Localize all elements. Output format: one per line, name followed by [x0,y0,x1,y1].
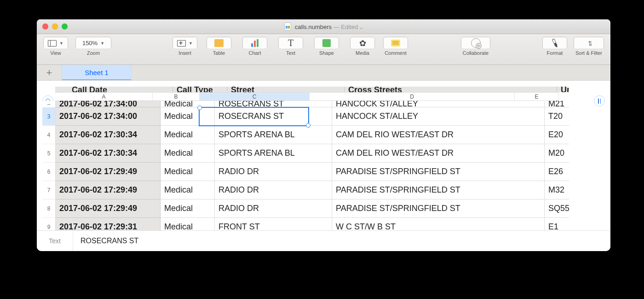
cell[interactable]: Medical [161,107,215,126]
collaborate-icon [471,38,481,48]
cell[interactable]: SQ55 [545,199,569,218]
format-button[interactable]: 🖌 [542,37,567,49]
sheet-tab-bar: + Sheet 1 [37,65,610,81]
zoom-window-button[interactable] [62,23,68,29]
spreadsheet-grid[interactable]: – 2017-06-02 17:34:00 Medical ROSECRANS … [42,101,569,231]
document-icon [284,23,291,30]
cell[interactable]: RADIO DR [215,181,332,199]
add-sheet-button[interactable]: + [37,65,62,80]
row-number[interactable]: 9 [42,218,56,231]
minimize-window-button[interactable] [52,23,58,29]
media-icon: ✿ [359,38,366,48]
comment-label: Comment [385,51,407,56]
col-header-B[interactable]: B [153,92,200,101]
col-header-E[interactable]: E [515,92,559,101]
cell[interactable]: 2017-06-02 17:29:31 [56,218,161,231]
formula-type[interactable]: Text [37,231,73,251]
cell[interactable]: 2017-06-02 17:30:34 [56,144,161,163]
cell[interactable]: 2017-06-02 17:29:49 [56,163,161,181]
cell[interactable]: 2017-06-02 17:34:00 [56,101,161,107]
collaborate-label: Collaborate [463,51,489,56]
cell[interactable]: W C ST/W B ST [332,218,545,231]
comment-button[interactable] [383,37,408,49]
format-icon: 🖌 [549,37,560,49]
shape-button[interactable] [314,37,339,49]
zoom-label: Zoom [87,51,100,56]
column-letter-header: A B C D E [55,92,569,101]
row-number[interactable]: 6 [42,163,56,181]
row-number[interactable]: 3 [42,107,56,126]
formula-bar: Text ROSECRANS ST [37,230,610,251]
cell[interactable]: PARADISE ST/SPRINGFIELD ST [332,199,545,218]
cell[interactable]: FRONT ST [215,218,332,231]
text-label: Text [286,51,295,56]
text-icon: T [288,39,293,47]
text-button[interactable]: T [278,37,303,49]
sheet-tab[interactable]: Sheet 1 [62,65,132,80]
cell[interactable]: M32 [545,181,569,199]
cell[interactable]: Medical [161,199,215,218]
media-button[interactable]: ✿ [350,37,375,49]
cell[interactable]: PARADISE ST/SPRINGFIELD ST [332,163,545,181]
cell[interactable]: RADIO DR [215,199,332,218]
zoom-dropdown[interactable]: 150% ▼ [75,37,111,49]
cell[interactable]: T20 [545,107,569,126]
collaborate-button[interactable] [461,37,490,49]
cell[interactable]: Medical [161,126,215,144]
row-number[interactable]: – [42,101,56,108]
cell[interactable]: CAM DEL RIO WEST/EAST DR [332,144,545,163]
view-button[interactable]: ▼ [43,37,68,49]
cell[interactable]: Medical [161,101,215,107]
chevron-down-icon: ▼ [100,41,104,46]
table-button[interactable] [207,37,231,49]
cell[interactable]: PARADISE ST/SPRINGFIELD ST [332,181,545,199]
format-label: Format [547,51,563,56]
cell[interactable]: E20 [545,126,569,144]
title-dropdown-icon[interactable]: ⌵ [360,24,363,30]
cell[interactable]: E26 [545,163,569,181]
insert-button[interactable]: ▼ [172,37,197,49]
col-header-D[interactable]: D [310,92,515,101]
close-window-button[interactable] [42,23,48,29]
cell[interactable]: ROSECRANS ST [215,101,332,107]
cell[interactable]: E1 [545,218,569,231]
document-filename: calls.numbers [295,23,332,30]
cell[interactable]: 2017-06-02 17:34:00 [56,107,161,126]
chart-label: Chart [249,51,261,56]
row-number[interactable]: 8 [42,199,56,218]
chart-icon [251,39,259,47]
formula-value[interactable]: ROSECRANS ST [73,237,138,245]
cell[interactable]: M21 [545,101,569,107]
view-label: View [50,51,61,56]
col-header-C[interactable]: C [200,92,310,101]
table-label: Table [213,51,225,56]
cell[interactable]: 2017-06-02 17:29:49 [56,199,161,218]
cell[interactable]: HANCOCK ST/ALLEY [332,101,545,107]
app-window: calls.numbers — Edited ⌵ ▼ View 150% ▼ Z… [37,19,610,251]
row-number[interactable]: 4 [42,126,56,144]
cell[interactable]: CAM DEL RIO WEST/EAST DR [332,126,545,144]
cell[interactable]: Medical [161,163,215,181]
cell[interactable]: SPORTS ARENA BL [215,126,332,144]
cell[interactable]: HANCOCK ST/ALLEY [332,107,545,126]
cell[interactable]: 2017-06-02 17:29:49 [56,181,161,199]
chevron-down-icon: ▼ [59,41,63,46]
sort-filter-button[interactable]: ↑↓ [574,37,604,49]
cell[interactable]: Medical [161,218,215,231]
cell[interactable]: SPORTS ARENA BL [215,144,332,163]
row-number[interactable]: 7 [42,181,56,199]
zoom-value: 150% [82,40,98,47]
cell[interactable]: Medical [161,144,215,163]
cell[interactable]: M20 [545,144,569,163]
col-header-A[interactable]: A [55,92,153,101]
cell[interactable]: ROSECRANS ST [215,107,332,126]
titlebar: calls.numbers — Edited ⌵ [37,19,610,34]
cell[interactable]: RADIO DR [215,163,332,181]
origin-row-handle[interactable] [594,95,605,106]
sort-filter-icon: ↑↓ [587,38,590,48]
chart-button[interactable] [242,37,267,49]
shape-label: Shape [319,51,334,56]
cell[interactable]: 2017-06-02 17:30:34 [56,126,161,144]
row-number[interactable]: 5 [42,144,56,163]
cell[interactable]: Medical [161,181,215,199]
